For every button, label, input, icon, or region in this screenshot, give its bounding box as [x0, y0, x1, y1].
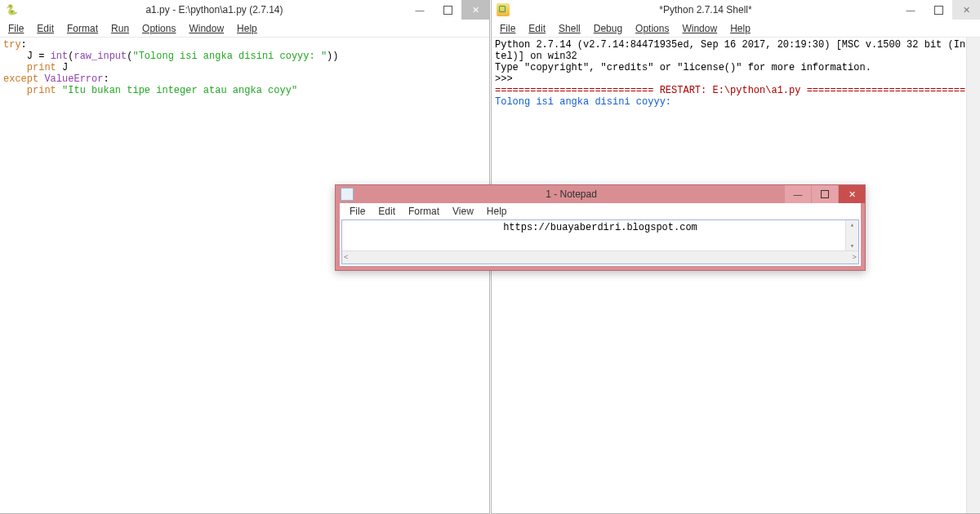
- string-error: "Itu bukan tipe integer atau angka coyy": [62, 85, 297, 96]
- menu-format[interactable]: Format: [60, 21, 105, 36]
- fn-rawinput: raw_input: [74, 51, 127, 62]
- menu-help[interactable]: Help: [724, 21, 757, 36]
- editor-titlebar[interactable]: 🐍 a1.py - E:\python\a1.py (2.7.14) — ✕: [0, 0, 489, 20]
- menu-view[interactable]: View: [446, 205, 480, 218]
- shell-input-line: Tolong isi angka disini coyyy:: [495, 96, 677, 108]
- shell-prompt: >>>: [495, 73, 519, 85]
- close-button[interactable]: ✕: [952, 0, 980, 20]
- menu-debug[interactable]: Debug: [587, 21, 629, 36]
- notepad-menubar: File Edit Format View Help: [340, 203, 861, 219]
- notepad-text-area[interactable]: https://buayaberdiri.blogspot.com ▴ ▾ < …: [341, 219, 859, 264]
- menu-file[interactable]: File: [493, 21, 522, 36]
- keyword-try: try: [3, 39, 21, 51]
- fn-int: int: [51, 51, 69, 62]
- restore-button[interactable]: [812, 185, 838, 203]
- menu-file[interactable]: File: [2, 21, 30, 36]
- keyword-except: except: [3, 73, 38, 85]
- scroll-left-icon[interactable]: <: [344, 254, 348, 262]
- notepad-window: 1 - Notepad — ✕ File Edit Format View He…: [335, 184, 866, 271]
- shell-window-controls: — ✕: [897, 0, 980, 20]
- shell-output-area[interactable]: Python 2.7.14 (v2.7.14:84471935ed, Sep 1…: [492, 38, 980, 513]
- menu-edit[interactable]: Edit: [522, 21, 552, 36]
- shell-restart-line: =========================== RESTART: E:\…: [495, 85, 965, 96]
- keyword-print2: print: [27, 85, 56, 96]
- notepad-horizontal-scrollbar[interactable]: < >: [342, 250, 858, 264]
- scroll-up-icon[interactable]: ▴: [850, 220, 854, 229]
- idle-shell-icon: [497, 3, 510, 16]
- scroll-right-icon[interactable]: >: [853, 254, 857, 262]
- python-file-icon: 🐍: [5, 3, 18, 16]
- editor-title: a1.py - E:\python\a1.py (2.7.14): [23, 4, 406, 16]
- menu-options[interactable]: Options: [136, 21, 182, 36]
- notepad-window-controls: — ✕: [784, 185, 865, 203]
- editor-menubar: File Edit Format Run Options Window Help: [0, 20, 489, 38]
- shell-banner: Python 2.7.14 (v2.7.14:84471935ed, Sep 1…: [495, 39, 965, 51]
- minimize-button[interactable]: —: [897, 0, 924, 20]
- menu-window[interactable]: Window: [182, 21, 230, 36]
- menu-format[interactable]: Format: [402, 205, 446, 218]
- notepad-title: 1 - Notepad: [359, 188, 784, 200]
- scroll-down-icon[interactable]: ▾: [850, 241, 854, 250]
- restore-button[interactable]: [434, 0, 461, 20]
- menu-options[interactable]: Options: [629, 21, 675, 36]
- menu-shell[interactable]: Shell: [552, 21, 587, 36]
- notepad-icon: [341, 188, 354, 201]
- menu-edit[interactable]: Edit: [30, 21, 60, 36]
- menu-help[interactable]: Help: [480, 205, 514, 218]
- restore-button[interactable]: [924, 0, 952, 20]
- close-button[interactable]: ✕: [839, 185, 865, 203]
- string-prompt: "Tolong isi angka disini coyyy: ": [132, 51, 327, 62]
- notepad-titlebar[interactable]: 1 - Notepad — ✕: [336, 185, 865, 203]
- shell-vertical-scrollbar[interactable]: [966, 38, 980, 513]
- menu-edit[interactable]: Edit: [372, 205, 402, 218]
- menu-run[interactable]: Run: [105, 21, 136, 36]
- editor-code-area[interactable]: try: J = int(raw_input("Tolong isi angka…: [0, 38, 489, 513]
- menu-help[interactable]: Help: [230, 21, 264, 36]
- exc-valueerror: ValueError: [44, 73, 103, 85]
- close-button[interactable]: ✕: [461, 0, 489, 20]
- minimize-button[interactable]: —: [785, 185, 811, 203]
- notepad-vertical-scrollbar[interactable]: ▴ ▾: [845, 220, 858, 250]
- shell-menubar: File Edit Shell Debug Options Window Hel…: [492, 20, 980, 38]
- minimize-button[interactable]: —: [406, 0, 434, 20]
- menu-file[interactable]: File: [343, 205, 372, 218]
- shell-titlebar[interactable]: *Python 2.7.14 Shell* — ✕: [492, 0, 980, 20]
- shell-title: *Python 2.7.14 Shell*: [514, 4, 897, 16]
- keyword-print: print: [27, 62, 56, 73]
- notepad-inner: File Edit Format View Help https://buaya…: [340, 203, 861, 266]
- editor-window-controls: — ✕: [406, 0, 489, 20]
- menu-window[interactable]: Window: [675, 21, 724, 36]
